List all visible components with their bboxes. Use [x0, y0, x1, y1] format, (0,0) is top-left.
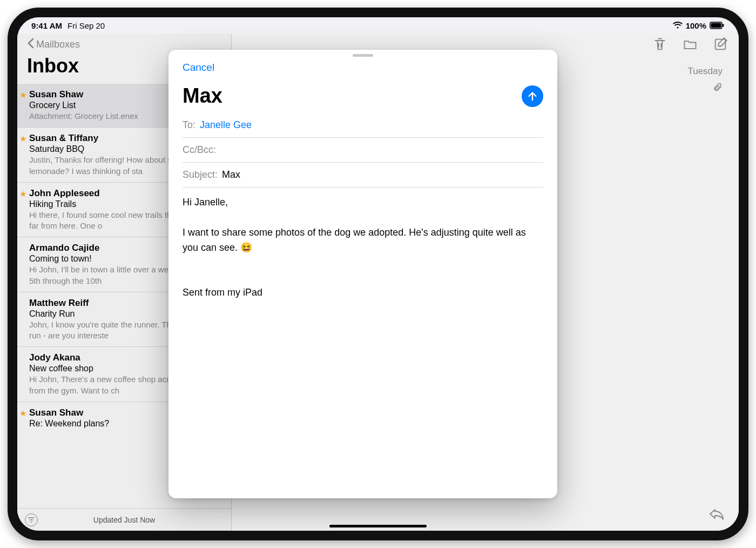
compose-title: Max: [183, 84, 222, 108]
reply-icon[interactable]: [708, 507, 725, 523]
subject-value[interactable]: Max: [222, 169, 240, 181]
compose-sheet: Cancel Max To: Janelle Gee Cc/Bcc: Subje…: [168, 50, 557, 498]
star-icon: ★: [19, 90, 26, 100]
send-button[interactable]: [522, 85, 543, 107]
chevron-left-icon: [27, 38, 34, 51]
to-label: To:: [183, 119, 195, 131]
star-icon: ★: [19, 134, 26, 144]
wifi-icon: [673, 22, 683, 29]
message-date: Tuesday: [687, 66, 723, 77]
star-icon: ★: [19, 189, 26, 199]
to-field[interactable]: To: Janelle Gee: [183, 113, 543, 138]
arrow-up-icon: [526, 90, 538, 102]
ccbcc-field[interactable]: Cc/Bcc:: [183, 138, 543, 163]
mailboxes-label: Mailboxes: [36, 39, 80, 50]
sheet-grabber[interactable]: [353, 54, 373, 57]
star-icon: ★: [19, 409, 26, 418]
svg-rect-2: [723, 24, 724, 27]
subject-field[interactable]: Subject: Max: [183, 163, 543, 188]
folder-icon[interactable]: [683, 37, 698, 54]
attachment-icon: [687, 82, 723, 92]
sidebar-footer: Updated Just Now: [17, 508, 231, 531]
compose-body[interactable]: Hi Janelle, I want to share some photos …: [183, 188, 543, 300]
home-indicator[interactable]: [329, 525, 427, 527]
cancel-button[interactable]: Cancel: [183, 62, 214, 73]
status-battery-text: 100%: [686, 21, 706, 30]
subject-label: Subject:: [183, 169, 218, 181]
ipad-frame: 9:41 AM Fri Sep 20 100%: [8, 8, 748, 540]
compose-icon[interactable]: [713, 37, 728, 54]
ccbcc-label: Cc/Bcc:: [183, 144, 216, 156]
screen: 9:41 AM Fri Sep 20 100%: [17, 17, 739, 531]
status-time: 9:41 AM: [31, 21, 62, 30]
svg-rect-3: [716, 39, 726, 50]
svg-rect-1: [711, 23, 721, 28]
to-value[interactable]: Janelle Gee: [200, 119, 252, 131]
trash-icon[interactable]: [652, 37, 667, 54]
filter-icon[interactable]: [25, 513, 38, 526]
battery-icon: [710, 22, 725, 29]
status-bar: 9:41 AM Fri Sep 20 100%: [17, 17, 739, 34]
status-date: Fri Sep 20: [68, 21, 105, 30]
updated-label: Updated Just Now: [93, 516, 155, 524]
